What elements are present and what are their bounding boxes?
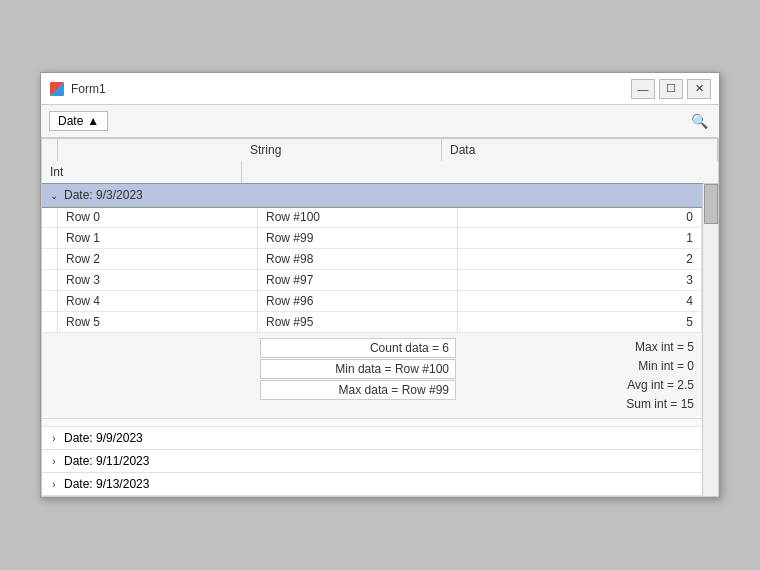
row-expander xyxy=(42,291,58,311)
table-row: Row 0 Row #100 0 xyxy=(42,207,702,228)
sort-asc-icon: ▲ xyxy=(87,114,99,128)
cell-string: Row 4 xyxy=(58,291,258,311)
collapse-icon: ⌄ xyxy=(46,187,62,203)
cell-data: Row #98 xyxy=(258,249,458,269)
maximize-button[interactable]: ☐ xyxy=(659,79,683,99)
expand-icon: › xyxy=(46,430,62,446)
row-expander xyxy=(42,270,58,290)
max-int-summary: Max int = 5 xyxy=(460,338,700,356)
main-window: Form1 — ☐ ✕ Date ▲ 🔍 String Data Int xyxy=(40,72,720,498)
expand-icon: › xyxy=(46,453,62,469)
row-expander xyxy=(42,228,58,248)
summary-int-col: Max int = 5 Min int = 0 Avg int = 2.5 Su… xyxy=(458,335,702,416)
cell-string: Row 2 xyxy=(58,249,258,269)
col-header-string: String xyxy=(242,139,442,161)
search-button[interactable]: 🔍 xyxy=(687,109,711,133)
row-expander xyxy=(42,207,58,227)
table-row: Row 1 Row #99 1 xyxy=(42,228,702,249)
cell-string: Row 5 xyxy=(58,312,258,332)
scrollbar-thumb[interactable] xyxy=(704,184,718,224)
min-data-summary: Min data = Row #100 xyxy=(260,359,456,379)
cell-string: Row 3 xyxy=(58,270,258,290)
table-row: Row 4 Row #96 4 xyxy=(42,291,702,312)
sum-int-summary: Sum int = 15 xyxy=(460,395,700,413)
table-row: Row 5 Row #95 5 xyxy=(42,312,702,333)
window-title: Form1 xyxy=(71,82,106,96)
toolbar: Date ▲ 🔍 xyxy=(41,105,719,138)
app-icon xyxy=(49,81,65,97)
cell-data: Row #97 xyxy=(258,270,458,290)
cell-int: 0 xyxy=(458,207,702,227)
title-bar: Form1 — ☐ ✕ xyxy=(41,73,719,105)
cell-int: 3 xyxy=(458,270,702,290)
row-expander xyxy=(42,249,58,269)
table-row: Row 3 Row #97 3 xyxy=(42,270,702,291)
col-header-data: Data xyxy=(442,139,718,161)
row-expander xyxy=(42,312,58,332)
group-label-2: Date: 9/11/2023 xyxy=(64,454,149,468)
group-label-3: Date: 9/13/2023 xyxy=(64,477,149,491)
group-label-1: Date: 9/9/2023 xyxy=(64,431,143,445)
grid-header: String Data Int xyxy=(42,139,718,184)
date-label: Date xyxy=(58,114,83,128)
summary-data-col: Count data = 6 Min data = Row #100 Max d… xyxy=(258,335,458,416)
cell-string: Row 1 xyxy=(58,228,258,248)
title-bar-left: Form1 xyxy=(49,81,106,97)
search-icon: 🔍 xyxy=(691,113,708,129)
group-row-collapsed-0[interactable]: › Date: 9/9/2023 xyxy=(42,427,702,450)
group-row-collapsed-2[interactable]: › Date: 9/13/2023 xyxy=(42,473,702,496)
title-buttons: — ☐ ✕ xyxy=(631,79,711,99)
cell-string: Row 0 xyxy=(58,207,258,227)
avg-int-summary: Avg int = 2.5 xyxy=(460,376,700,394)
cell-int: 2 xyxy=(458,249,702,269)
date-sort-button[interactable]: Date ▲ xyxy=(49,111,108,131)
cell-data: Row #100 xyxy=(258,207,458,227)
col-header-int: Int xyxy=(42,161,242,183)
data-grid: String Data Int ⌄ Date: 9/3/2023 Row 0 R… xyxy=(41,138,719,497)
min-int-summary: Min int = 0 xyxy=(460,357,700,375)
spacer xyxy=(42,419,702,427)
table-row: Row 2 Row #98 2 xyxy=(42,249,702,270)
count-data-summary: Count data = 6 xyxy=(260,338,456,358)
scrollbar-track[interactable] xyxy=(702,184,718,496)
grid-body: ⌄ Date: 9/3/2023 Row 0 Row #100 0 Row 1 … xyxy=(42,184,718,496)
cell-int: 1 xyxy=(458,228,702,248)
close-button[interactable]: ✕ xyxy=(687,79,711,99)
summary-area: Count data = 6 Min data = Row #100 Max d… xyxy=(42,333,702,419)
expand-icon: › xyxy=(46,476,62,492)
cell-int: 5 xyxy=(458,312,702,332)
max-data-summary: Max data = Row #99 xyxy=(260,380,456,400)
minimize-button[interactable]: — xyxy=(631,79,655,99)
group-row-collapsed-1[interactable]: › Date: 9/11/2023 xyxy=(42,450,702,473)
cell-int: 4 xyxy=(458,291,702,311)
cell-data: Row #96 xyxy=(258,291,458,311)
cell-data: Row #95 xyxy=(258,312,458,332)
cell-data: Row #99 xyxy=(258,228,458,248)
grid-content: ⌄ Date: 9/3/2023 Row 0 Row #100 0 Row 1 … xyxy=(42,184,702,496)
group-row-expanded[interactable]: ⌄ Date: 9/3/2023 xyxy=(42,184,702,207)
group-label-0: Date: 9/3/2023 xyxy=(64,188,143,202)
